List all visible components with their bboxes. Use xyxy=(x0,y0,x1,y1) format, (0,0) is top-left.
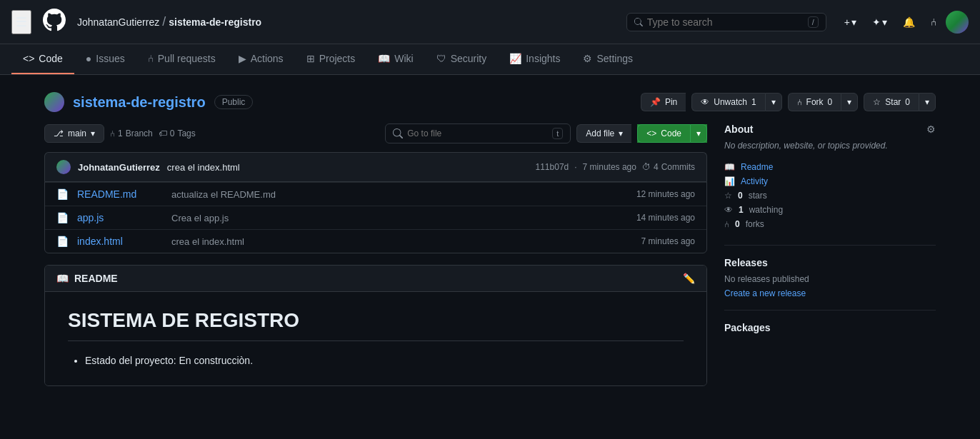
star-main[interactable]: ☆ Star 0 xyxy=(864,93,919,111)
top-nav: ☰ JohnatanGutierrez / sistema-de-registr… xyxy=(0,0,980,44)
create-release-link[interactable]: Create a new release xyxy=(724,288,806,298)
notifications-button[interactable]: 🔔 xyxy=(896,13,921,31)
file-area: ⎇ main ▾ ⑃ 1 Branch 🏷 0 Tags xyxy=(44,123,707,386)
tab-insights[interactable]: 📈 Insights xyxy=(498,44,571,74)
branch-count-link[interactable]: ⑃ 1 Branch xyxy=(110,128,153,138)
forks-count: 0 xyxy=(735,219,740,229)
releases-section: Releases No releases published Create a … xyxy=(724,257,936,311)
plus-icon: + xyxy=(844,16,850,28)
about-label: About xyxy=(724,123,753,135)
search-icon xyxy=(634,17,643,27)
branch-meta: ⑃ 1 Branch 🏷 0 Tags xyxy=(110,128,196,138)
copilot-icon: ✦ xyxy=(872,16,881,28)
projects-tab-icon: ⊞ xyxy=(306,53,315,64)
pin-main[interactable]: 📌 Pin xyxy=(641,93,686,111)
readme-section: 📖 README ✏️ SISTEMA DE REGISTRO Estado d… xyxy=(44,265,707,386)
pull-requests-button[interactable]: ⑃ xyxy=(924,13,943,31)
tab-projects[interactable]: ⊞ Projects xyxy=(295,44,367,74)
hamburger-button[interactable]: ☰ xyxy=(11,10,31,34)
packages-title: Packages xyxy=(724,322,936,333)
code-tab-icon: <> xyxy=(23,53,34,64)
readme-link[interactable]: 📖 Readme xyxy=(724,162,936,172)
code-main[interactable]: <> Code xyxy=(637,124,690,143)
code-dropdown[interactable]: ▾ xyxy=(690,124,707,143)
user-avatar[interactable] xyxy=(946,11,969,34)
file-name-appjs[interactable]: app.js xyxy=(77,212,163,223)
eye-icon: 👁 xyxy=(701,97,709,107)
branch-dropdown-arrow: ▾ xyxy=(91,128,95,138)
readme-link-label: Readme xyxy=(741,162,773,172)
copilot-button[interactable]: ✦ ▾ xyxy=(866,13,894,31)
go-to-file-input[interactable] xyxy=(407,128,548,138)
commits-link[interactable]: ⏱ 4 Commits xyxy=(642,162,695,172)
file-time-appjs: 14 minutes ago xyxy=(636,213,695,223)
about-settings-button[interactable]: ⚙ xyxy=(926,123,936,135)
tab-actions[interactable]: ▶ Actions xyxy=(227,44,295,74)
tab-code[interactable]: <> Code xyxy=(11,44,74,74)
add-file-label: Add file xyxy=(586,128,614,138)
repo-name-link[interactable]: sistema-de-registro xyxy=(169,16,261,28)
breadcrumb-sep: / xyxy=(162,14,166,29)
tags-count-link[interactable]: 🏷 0 Tags xyxy=(159,128,196,138)
releases-title: Releases xyxy=(724,257,936,268)
unwatch-button[interactable]: 👁 Unwatch 1 ▾ xyxy=(691,93,781,111)
code-button[interactable]: <> Code ▾ xyxy=(637,124,707,143)
github-logo[interactable] xyxy=(43,9,66,36)
pin-button[interactable]: 📌 Pin xyxy=(641,93,686,111)
branch-icon: ⎇ xyxy=(54,128,64,138)
add-file-button[interactable]: Add file ▾ xyxy=(576,124,631,143)
search-bar[interactable]: / xyxy=(626,13,826,31)
insights-tab-label: Insights xyxy=(526,53,560,64)
issues-tab-label: Issues xyxy=(96,53,124,64)
code-tab-label: Code xyxy=(39,53,62,64)
file-icon-indexhtml: 📄 xyxy=(56,236,69,247)
readme-label: README xyxy=(74,273,118,284)
create-button[interactable]: + ▾ xyxy=(838,13,863,31)
layout: ⎇ main ▾ ⑃ 1 Branch 🏷 0 Tags xyxy=(44,123,936,386)
fork-main[interactable]: ⑃ Fork 0 xyxy=(788,93,841,111)
commit-row: JohnatanGutierrez crea el index.html 111… xyxy=(44,152,707,181)
search-shortcut: / xyxy=(808,16,819,28)
create-dropdown-arrow: ▾ xyxy=(851,16,856,28)
readme-bullet-1: Estado del proyecto: En construcciòn. xyxy=(85,353,684,368)
file-name-indexhtml[interactable]: index.html xyxy=(77,236,163,247)
watching-label: watching xyxy=(749,205,783,215)
bell-icon: 🔔 xyxy=(903,16,915,28)
tab-security[interactable]: 🛡 Security xyxy=(425,44,499,74)
actions-tab-icon: ▶ xyxy=(239,53,246,64)
fork-dropdown[interactable]: ▾ xyxy=(841,93,858,111)
file-name-readme[interactable]: README.md xyxy=(77,188,163,200)
readme-book-icon: 📖 xyxy=(56,273,69,284)
activity-link[interactable]: 📊 Activity xyxy=(724,176,936,186)
branch-selector[interactable]: ⎇ main ▾ xyxy=(44,124,104,143)
no-releases-text: No releases published xyxy=(724,274,936,284)
add-file-dropdown-arrow: ▾ xyxy=(619,128,623,138)
tab-issues[interactable]: ● Issues xyxy=(74,44,136,74)
issues-tab-icon: ● xyxy=(86,53,91,64)
tag-icon: 🏷 xyxy=(159,128,167,138)
pin-icon: 📌 xyxy=(650,97,661,107)
commit-username[interactable]: JohnatanGutierrez xyxy=(78,162,160,173)
packages-section: Packages xyxy=(724,322,936,350)
go-to-file[interactable]: t xyxy=(385,123,571,143)
go-to-file-wrap: t xyxy=(385,123,571,143)
readme-edit-button[interactable]: ✏️ xyxy=(683,273,695,284)
repo-title[interactable]: sistema-de-registro xyxy=(73,94,206,111)
go-to-file-search-icon xyxy=(393,128,403,138)
tab-pull-requests[interactable]: ⑃ Pull requests xyxy=(136,44,227,74)
search-input[interactable] xyxy=(647,16,804,28)
star-button[interactable]: ☆ Star 0 ▾ xyxy=(864,93,936,111)
file-commit-msg-readme: actualiza el README.md xyxy=(171,189,628,200)
star-stat-icon: ☆ xyxy=(724,191,732,201)
fork-button[interactable]: ⑃ Fork 0 ▾ xyxy=(788,93,859,111)
add-file-main[interactable]: Add file ▾ xyxy=(576,124,631,143)
unwatch-main[interactable]: 👁 Unwatch 1 xyxy=(691,93,764,111)
insights-tab-icon: 📈 xyxy=(509,53,521,64)
username-link[interactable]: JohnatanGutierrez xyxy=(77,16,159,28)
unwatch-dropdown[interactable]: ▾ xyxy=(765,93,782,111)
tab-settings[interactable]: ⚙ Settings xyxy=(571,44,644,74)
file-table: 📄 README.md actualiza el README.md 12 mi… xyxy=(44,181,707,253)
tab-wiki[interactable]: 📖 Wiki xyxy=(366,44,424,74)
file-row-indexhtml: 📄 index.html crea el index.html 7 minute… xyxy=(45,229,706,253)
star-dropdown[interactable]: ▾ xyxy=(919,93,936,111)
